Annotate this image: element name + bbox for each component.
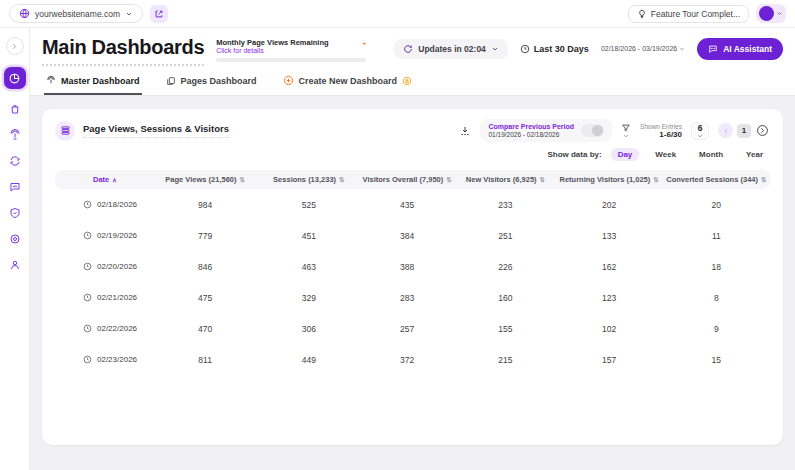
feature-tour-button[interactable]: Feature Tour Complet... [628, 5, 749, 23]
sort-icon: ⇅ [446, 177, 451, 183]
cell-returning-visitors: 123 [555, 293, 662, 303]
column-new-visitors[interactable]: New Visitors (6,925) ⇅ [455, 175, 555, 184]
sidebar-item-dashboards[interactable] [4, 67, 26, 89]
table-row[interactable]: 02/21/2026 475 329 283 160 123 8 [55, 282, 770, 313]
table-row[interactable]: 02/20/2026 846 463 388 226 162 18 [55, 251, 770, 282]
cell-page-views: 475 [152, 293, 259, 303]
show-by-week[interactable]: Week [648, 148, 683, 161]
range-label: Last 30 Days [534, 44, 589, 54]
clock-icon [83, 324, 92, 333]
table-row[interactable]: 02/19/2026 779 451 384 251 133 11 [55, 220, 770, 251]
feature-tour-label: Feature Tour Complet... [651, 9, 740, 19]
tab-pages-dashboard[interactable]: Pages Dashboard [164, 71, 259, 95]
sidebar-item-chat[interactable] [6, 178, 23, 195]
site-selector[interactable]: yourwebsitename.com [9, 4, 143, 23]
sidebar-item-sync[interactable] [6, 152, 23, 169]
date-range-picker[interactable]: 02/18/2026 - 03/19/2026 [601, 45, 685, 52]
pagination: 1 [718, 123, 770, 138]
sort-icon: ⇅ [339, 177, 344, 183]
cell-page-views: 811 [152, 355, 259, 365]
premium-lock-icon [402, 76, 412, 86]
sidebar-item-goals[interactable] [6, 230, 23, 247]
show-by-year[interactable]: Year [739, 148, 770, 161]
external-link-icon [154, 9, 164, 19]
cell-sessions: 451 [259, 231, 359, 241]
gesture-hand-icon [9, 129, 21, 141]
cell-returning-visitors: 202 [555, 200, 662, 210]
ai-chat-icon [708, 44, 718, 54]
sort-icon: ⇅ [761, 177, 766, 183]
chevron-down-icon [491, 45, 499, 53]
filter-button[interactable] [621, 123, 631, 139]
site-name: yourwebsitename.com [35, 9, 120, 19]
page-size-stepper[interactable]: 6 [691, 122, 709, 140]
ai-assistant-button[interactable]: AI Assistant [697, 38, 783, 60]
clock-icon [83, 231, 92, 240]
shopping-bag-icon [9, 103, 21, 115]
show-data-by: Show data by: Day Week Month Year [55, 148, 770, 161]
compare-label: Compare Previous Period [488, 123, 574, 130]
clock-icon [83, 200, 92, 209]
shown-entries-value: 1-6/30 [640, 130, 682, 139]
chevron-down-icon [679, 46, 685, 52]
export-button[interactable] [459, 125, 471, 137]
table-row[interactable]: 02/22/2026 470 306 257 155 102 9 [55, 313, 770, 344]
arrow-right-circle-icon [756, 124, 769, 137]
cell-new-visitors: 215 [455, 355, 555, 365]
shown-entries: Shown Entries 1-6/30 [640, 123, 682, 139]
shell: Main Dashboards Monthly Page Views Remai… [0, 28, 795, 470]
date-range-preset: Last 30 Days [520, 44, 589, 54]
sidebar-item-gestures[interactable] [6, 126, 23, 143]
tab-label: Pages Dashboard [181, 76, 257, 86]
tab-master-dashboard[interactable]: Master Dashboard [44, 71, 142, 95]
cell-new-visitors: 226 [455, 262, 555, 272]
app-root: yourwebsitename.com Feature Tour Complet… [0, 0, 795, 470]
chevron-down-icon [623, 133, 629, 139]
column-sessions[interactable]: Sessions (13,233) ⇅ [259, 175, 359, 184]
sidebar-item-security[interactable] [6, 204, 23, 221]
show-data-by-label: Show data by: [547, 150, 601, 159]
cell-converted-sessions: 18 [663, 262, 770, 272]
compare-toggle[interactable] [581, 124, 604, 137]
show-by-day[interactable]: Day [611, 148, 640, 161]
updates-dropdown[interactable]: Updates in 02:04 [394, 39, 508, 59]
quota-details-link[interactable]: Click for details [216, 47, 366, 54]
chevron-down-icon [776, 10, 783, 17]
show-by-month[interactable]: Month [692, 148, 730, 161]
cell-returning-visitors: 157 [555, 355, 662, 365]
column-visitors-overall[interactable]: Visitors Overall (7,950) ⇅ [359, 175, 456, 184]
shown-entries-label: Shown Entries [640, 123, 682, 130]
current-page[interactable]: 1 [737, 124, 751, 138]
row-date: 02/20/2026 [97, 262, 137, 271]
clock-icon [83, 355, 92, 364]
prev-page-button[interactable] [718, 123, 733, 138]
account-menu[interactable] [756, 4, 786, 23]
clock-icon [83, 293, 92, 302]
column-date[interactable]: Date ∧ [55, 175, 152, 184]
open-site-button[interactable] [150, 5, 168, 23]
tab-create-new-dashboard[interactable]: Create New Dashboard [281, 71, 415, 95]
column-returning-visitors[interactable]: Returning Visitors (1,025) ⇅ [555, 175, 662, 184]
sort-icon: ⇅ [540, 177, 545, 183]
cell-visitors-overall: 435 [359, 200, 456, 210]
row-date: 02/23/2026 [97, 355, 137, 364]
next-page-button[interactable] [755, 123, 770, 138]
sidebar-item-profile[interactable] [6, 256, 23, 273]
sidebar-item-store[interactable] [6, 100, 23, 117]
table-row[interactable]: 02/18/2026 984 525 435 233 202 20 [55, 189, 770, 220]
sidebar [0, 28, 30, 470]
tab-label: Create New Dashboard [299, 76, 398, 86]
updates-label: Updates in 02:04 [418, 44, 486, 54]
column-page-views[interactable]: Page Views (21,560) ⇅ [152, 175, 259, 184]
table-row[interactable]: 02/23/2026 811 449 372 215 157 15 [55, 344, 770, 375]
sort-asc-icon: ∧ [112, 177, 116, 183]
column-converted-sessions[interactable]: Converted Sessions (344) ⇅ [663, 175, 770, 184]
cell-new-visitors: 155 [455, 324, 555, 334]
cell-converted-sessions: 20 [663, 200, 770, 210]
collapse-sidebar-button[interactable] [6, 37, 24, 55]
cell-new-visitors: 251 [455, 231, 555, 241]
tab-label: Master Dashboard [61, 76, 140, 86]
sort-icon: ⇅ [239, 177, 244, 183]
cell-sessions: 463 [259, 262, 359, 272]
cell-visitors-overall: 283 [359, 293, 456, 303]
